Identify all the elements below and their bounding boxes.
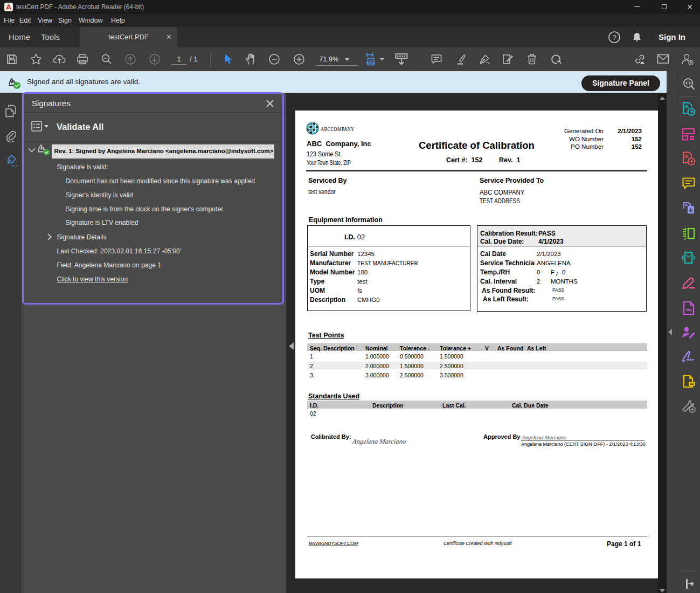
svg-text:?: ? <box>612 33 616 42</box>
